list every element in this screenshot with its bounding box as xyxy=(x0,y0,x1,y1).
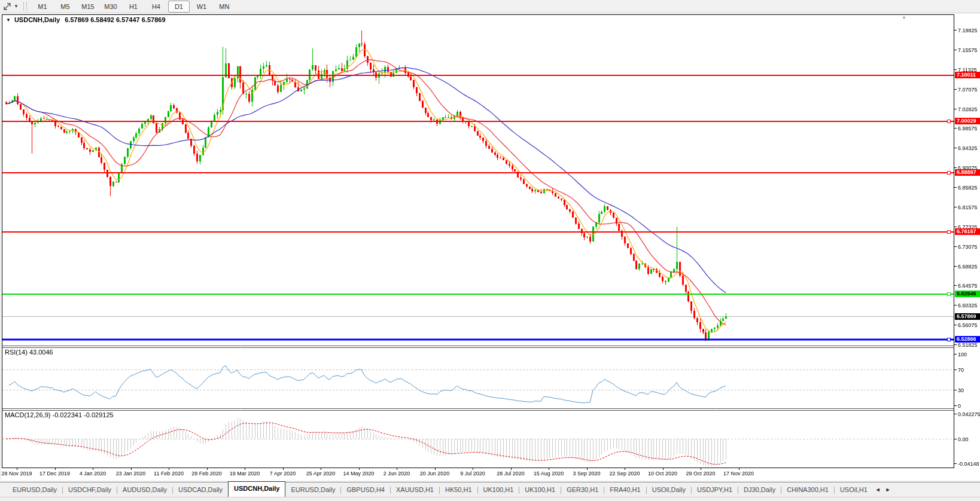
chart-title: ▼ USDCNH,Daily 6.57869 6.58492 6.57447 6… xyxy=(6,16,166,23)
price-axis-label: 7.02825 xyxy=(958,106,978,112)
one-click-trading-arrow[interactable]: ▼ xyxy=(6,17,11,23)
rsi-axis-label: 0 xyxy=(958,403,961,409)
hline-price-tag-6.62646[interactable]: 6.62646 xyxy=(955,291,980,297)
chart-tab-AUDUSD-Daily[interactable]: AUDUSD,Daily xyxy=(117,484,172,497)
window-bottom-strip xyxy=(0,497,980,501)
timeframe-button-MN[interactable]: MN xyxy=(214,1,235,13)
price-axis-label: 6.94325 xyxy=(958,145,978,151)
chart-tab-USDCHF-Daily[interactable]: USDCHF,Daily xyxy=(63,484,117,497)
chart-tab-UK100-H1[interactable]: UK100,H1 xyxy=(478,484,519,497)
timeframe-button-M15[interactable]: M15 xyxy=(77,1,99,13)
chevron-down-icon: ▼ xyxy=(14,4,19,9)
chart-tab-USDJPY-H1[interactable]: USDJPY,H1 xyxy=(692,484,738,497)
chart-ohlc-values: 6.57869 6.58492 6.57447 6.57869 xyxy=(65,16,165,23)
chart-symbol-label: USDCNH,Daily xyxy=(14,16,60,23)
timeframe-button-H1[interactable]: H1 xyxy=(123,1,144,13)
rsi-indicator-label: RSI(14) 43.0046 xyxy=(5,349,53,356)
chart-tab-USOil-H1[interactable]: USOil,H1 xyxy=(835,484,873,497)
chart-tab-USOil-Daily[interactable]: USOil,Daily xyxy=(647,484,691,497)
chart-shift-marker[interactable]: ▾ xyxy=(903,15,905,20)
rsi-axis-label: 30 xyxy=(958,387,964,393)
chart-tab-HK50-H1[interactable]: HK50,H1 xyxy=(440,484,477,497)
timeframe-button-W1[interactable]: W1 xyxy=(191,1,212,13)
hline-price-tag-6.52866[interactable]: 6.52866 xyxy=(955,336,980,343)
price-axis-label: 6.81575 xyxy=(958,204,978,210)
chart-tab-GBPUSD-H4[interactable]: GBPUSD,H4 xyxy=(341,484,390,497)
current-price-tag: 6.57869 xyxy=(955,313,980,320)
timeframe-button-M1[interactable]: M1 xyxy=(32,1,53,13)
rsi-axis-label: 70 xyxy=(958,367,964,373)
chart-tab-FRA40-H1[interactable]: FRA40,H1 xyxy=(604,484,646,497)
timeframe-button-M5[interactable]: M5 xyxy=(54,1,76,13)
price-axis-label: 7.15575 xyxy=(958,47,978,53)
timeframe-button-H4[interactable]: H4 xyxy=(145,1,167,13)
macd-axis-label: -0.04148 xyxy=(958,461,979,467)
chart-tab-EURUSD-Daily[interactable]: EURUSD,Daily xyxy=(285,484,340,497)
hline-price-tag-6.88897[interactable]: 6.88897 xyxy=(955,169,980,176)
price-axis-label: 6.68825 xyxy=(958,264,978,270)
price-chart-canvas[interactable] xyxy=(0,0,980,485)
price-axis-label: 6.64575 xyxy=(958,283,978,289)
price-axis-label: 6.56075 xyxy=(958,322,978,328)
price-axis-label: 6.98575 xyxy=(958,126,978,132)
rsi-axis-label: 100 xyxy=(958,352,967,358)
chart-tab-UK100-H1[interactable]: UK100,H1 xyxy=(519,484,561,497)
top-toolbar: ▼ M1M5M15M30H1H4D1W1MN xyxy=(0,0,980,13)
chart-tab-EURUSD-Daily[interactable]: EURUSD,Daily xyxy=(7,484,62,497)
hline-price-tag-6.76157[interactable]: 6.76157 xyxy=(955,228,980,235)
price-axis-label: 6.51825 xyxy=(958,342,978,348)
cursor-tools-icon[interactable]: ▼ xyxy=(0,2,20,11)
timeframe-button-D1[interactable]: D1 xyxy=(168,1,190,13)
toolbar-grip[interactable] xyxy=(23,2,27,11)
chart-tab-DJ30-Daily[interactable]: DJ30,Daily xyxy=(738,484,781,497)
mt4-window: ▼ M1M5M15M30H1H4D1W1MN ▼ USDCNH,Daily 6.… xyxy=(0,0,980,501)
price-axis-label: 6.60325 xyxy=(958,303,978,308)
timeframe-button-group: M1M5M15M30H1H4D1W1MN xyxy=(31,1,236,13)
price-axis-label: 7.07075 xyxy=(958,87,978,93)
price-axis-label: 7.19825 xyxy=(958,28,978,33)
chart-tab-USDCAD-Daily[interactable]: USDCAD,Daily xyxy=(173,484,228,497)
timeframe-button-M30[interactable]: M30 xyxy=(100,1,121,13)
date-axis-label: 17 Nov 2020 xyxy=(712,471,766,476)
price-axis-label: 6.85825 xyxy=(958,185,978,191)
chart-tab-GER30-H1[interactable]: GER30,H1 xyxy=(561,484,604,497)
chart-tab-XAUUSD-H1[interactable]: XAUUSD,H1 xyxy=(391,484,439,497)
hline-price-tag-7.10011[interactable]: 7.10011 xyxy=(955,72,980,78)
price-axis-label: 6.73075 xyxy=(958,244,978,250)
macd-indicator-label: MACD(12,26,9) -0.022341 -0.029125 xyxy=(5,411,114,418)
chart-tab-CHINA300-H1[interactable]: CHINA300,H1 xyxy=(781,484,834,497)
chart-tab-USDCNH-Daily[interactable]: USDCNH,Daily xyxy=(228,481,285,497)
chart-tab-bar: EURUSD,DailyUSDCHF,DailyAUDUSD,DailyUSDC… xyxy=(0,482,980,497)
tab-scroll-right-icon[interactable]: ► xyxy=(883,484,893,497)
macd-axis-label: 0.00 xyxy=(958,436,969,442)
hline-price-tag-7.00029[interactable]: 7.00029 xyxy=(955,118,980,124)
macd-axis-label: 0.042275 xyxy=(958,411,980,417)
tab-scroll-left-icon[interactable]: ◄ xyxy=(873,484,883,497)
